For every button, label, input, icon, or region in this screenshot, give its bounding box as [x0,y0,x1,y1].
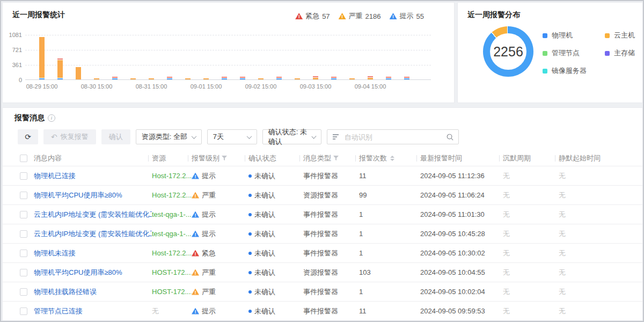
info-icon[interactable]: i [48,114,55,122]
message-link[interactable]: 物理机平均CPU使用率≥80% [34,268,122,277]
silence-cell: 无 [503,248,559,258]
column-header: 报警级别 [192,153,248,163]
resource-link[interactable]: HOST-172.... [152,268,192,276]
select-all-checkbox[interactable] [20,155,27,162]
restore-alarm-button[interactable]: ↶ 恢复报警 [43,129,96,144]
message-cell: 云主机内IP地址变更 (需安装性能优化工具) [34,210,152,219]
severity-icon [192,211,199,218]
filter-select-2[interactable]: 确认状态: 未确认 [262,129,321,144]
status-dot-icon [248,174,252,178]
panel-title: 报警消息 [14,113,45,123]
type-cell-text: 事件报警器 [303,306,338,316]
resource-link[interactable]: test-qga-1-... [152,230,192,238]
message-link[interactable]: 云主机内IP地址变更 (需安装性能优化工具) [34,210,152,219]
message-cell: 管理节点已连接 [34,306,152,316]
bar-segment [76,67,81,79]
time-cell: 2024-09-05 10:45:28 [420,230,503,238]
filter-funnel-icon[interactable] [333,155,339,163]
silence-start-cell: 无 [559,268,642,277]
gridline [25,50,431,50]
message-link[interactable]: 物理机平均CPU使用率≥80% [34,191,122,200]
bar-group [349,78,355,79]
status-cell: 未确认 [248,210,303,219]
donut-total: 2256 [490,33,526,70]
search-icon[interactable] [446,133,454,141]
row-checkbox[interactable] [20,250,27,257]
status-text: 未确认 [254,248,275,258]
row-checkbox[interactable] [20,308,27,315]
stat-legend-item: 严重2186 [339,11,381,21]
refresh-button[interactable]: ⟳ [18,129,38,144]
x-axis-label: 09-01 15:00 [186,83,226,90]
bar-segment [39,37,45,78]
gridline [25,65,431,65]
level-cell: 提示 [192,171,248,181]
level-text: 提示 [202,229,216,239]
message-cell: 物理机已连接 [34,171,152,181]
stat-legend-count: 2186 [365,12,381,20]
row-checkbox-cell [20,172,34,180]
message-link[interactable]: 管理节点已连接 [34,306,83,316]
legend-swatch [543,69,547,74]
column-header: 消息内容 [34,153,152,163]
bar-group [76,67,81,79]
resource-link[interactable]: Host-172.2... [152,172,192,180]
bar-segment [240,77,245,78]
confirm-button[interactable]: 确认 [101,129,130,144]
type-cell: 事件报警器 [303,287,359,297]
row-checkbox-cell [20,269,34,276]
silence-cell: 无 [503,287,559,297]
count-cell: 11 [359,172,420,180]
message-link[interactable]: 物理机未连接 [34,248,76,258]
bar-group [240,77,245,79]
bar-group [130,78,136,79]
time-cell-text: 2024-09-05 11:12:36 [420,172,485,180]
time-cell-text: 2024-09-05 10:04:55 [420,268,485,276]
filter-funnel-icon[interactable] [222,155,227,163]
stat-legend-label: 严重 [349,11,363,21]
type-cell-text: 事件报警器 [303,287,338,297]
resource-link[interactable]: Host-172.2... [152,249,192,257]
silence-start-cell: 无 [559,210,642,219]
row-checkbox[interactable] [20,230,27,238]
count-cell-text: 103 [359,268,371,276]
level-text: 严重 [202,268,216,277]
column-header-label: 最新报警时间 [420,153,462,163]
filter-select-0[interactable]: 资源类型: 全部 [136,129,202,144]
table-row: 物理机已连接Host-172.2...提示未确认事件报警器112024-09-0… [3,166,642,185]
resource-link[interactable]: HOST-172.... [152,288,192,296]
bar-group [313,76,318,79]
message-link[interactable]: 物理机已连接 [34,171,76,181]
row-checkbox[interactable] [20,288,27,296]
silence-start-cell-text: 无 [559,171,566,181]
resource-cell: Host-172.2... [152,191,192,199]
donut-legend-item: 主存储 [605,48,635,58]
column-header: 沉默周期 [503,153,559,163]
row-checkbox-cell [20,308,34,315]
level-text: 严重 [202,287,216,297]
message-link[interactable]: 物理机挂载路径错误 [34,287,97,297]
count-cell-text: 99 [359,191,367,199]
bar-segment [386,78,391,79]
level-cell: 紧急 [192,248,248,258]
row-checkbox[interactable] [20,192,27,199]
status-cell: 未确认 [248,268,303,277]
table-row: 云主机内IP地址变更 (需安装性能优化工具)test-qga-1-...提示未确… [3,204,642,224]
row-checkbox[interactable] [20,172,27,180]
count-cell: 1 [359,288,420,296]
x-axis-label: 09-02 15:00 [241,83,281,90]
message-link[interactable]: 云主机内IP地址变更 (需安装性能优化工具) [34,229,152,239]
resource-link[interactable]: Host-172.2... [152,191,192,199]
sort-icon[interactable] [390,156,394,161]
row-checkbox[interactable] [20,211,27,218]
resource-link[interactable]: test-qga-1-... [152,210,192,218]
time-cell-text: 2024-09-05 10:45:28 [420,230,485,238]
filter-select-1[interactable]: 7天 [207,129,257,144]
bar-group [222,77,227,79]
silence-start-cell: 无 [559,306,642,316]
bar-segment [94,78,99,79]
type-cell: 事件报警器 [303,229,359,239]
search-input[interactable] [327,129,459,144]
row-checkbox[interactable] [20,269,27,276]
bar-group [167,77,172,79]
